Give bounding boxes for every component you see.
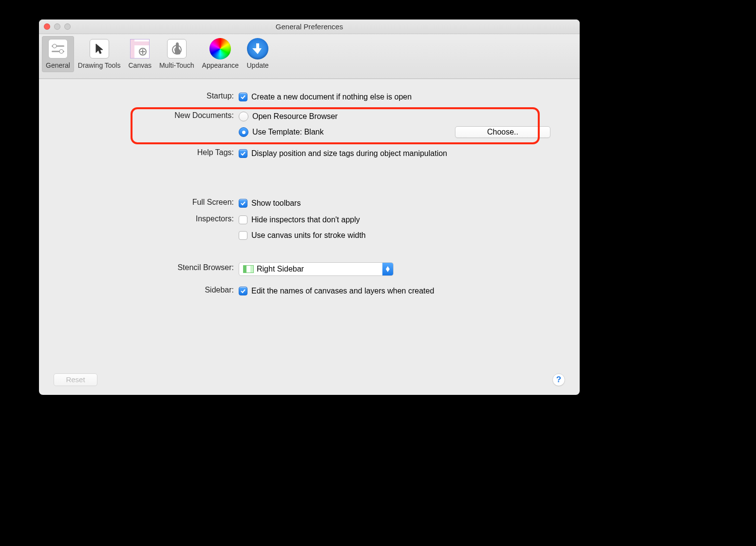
checkbox-canvas-units-stroke[interactable] bbox=[239, 231, 247, 240]
tab-update[interactable]: Update bbox=[243, 36, 273, 72]
radio-label: Open Resource Browser bbox=[252, 112, 338, 121]
sidebar-position-icon bbox=[243, 265, 254, 273]
tab-label: General bbox=[46, 61, 70, 69]
cursor-icon bbox=[89, 38, 110, 59]
tab-appearance[interactable]: Appearance bbox=[198, 36, 243, 72]
select-stencil-browser[interactable]: Right Sidebar bbox=[239, 262, 394, 276]
footer: Reset ? bbox=[54, 373, 565, 386]
window-title: General Preferences bbox=[276, 22, 343, 31]
preferences-toolbar: General Drawing Tools bbox=[39, 34, 580, 79]
checkbox-label: Create a new document if nothing else is… bbox=[251, 93, 412, 101]
choose-template-button[interactable]: Choose.. bbox=[455, 126, 550, 138]
checkbox-label: Use canvas units for stroke width bbox=[251, 231, 366, 240]
colorwheel-icon bbox=[209, 38, 231, 59]
titlebar: General Preferences bbox=[39, 20, 580, 34]
sliders-icon bbox=[47, 38, 69, 59]
tab-label: Canvas bbox=[128, 61, 151, 69]
tab-multi-touch[interactable]: Multi-Touch bbox=[155, 36, 198, 72]
checkbox-edit-names[interactable] bbox=[239, 287, 247, 295]
help-button[interactable]: ? bbox=[552, 373, 565, 386]
reset-button[interactable]: Reset bbox=[54, 373, 97, 386]
checkbox-label: Hide inspectors that don't apply bbox=[251, 215, 360, 224]
label-full-screen: Full Screen: bbox=[54, 197, 239, 207]
radio-use-template[interactable] bbox=[239, 127, 248, 137]
checkbox-show-toolbars[interactable] bbox=[239, 199, 247, 208]
checkbox-label: Edit the names of canvases and layers wh… bbox=[251, 287, 434, 295]
checkbox-label: Display position and size tags during ob… bbox=[251, 149, 447, 158]
row-stencil-browser: Stencil Browser: Right Sidebar bbox=[54, 262, 565, 276]
svg-point-3 bbox=[59, 50, 63, 54]
canvas-icon bbox=[129, 38, 151, 59]
traffic-lights bbox=[44, 23, 71, 30]
preferences-window: General Preferences General bbox=[39, 20, 580, 395]
label-new-documents: New Documents: bbox=[54, 110, 239, 120]
checkbox-create-new-document[interactable] bbox=[239, 93, 247, 101]
preferences-content: Startup: Create a new document if nothin… bbox=[39, 79, 580, 395]
checkbox-label: Show toolbars bbox=[251, 199, 301, 208]
label-inspectors: Inspectors: bbox=[54, 214, 239, 223]
touch-icon bbox=[166, 38, 188, 59]
label-startup: Startup: bbox=[54, 91, 239, 100]
zoom-window-button[interactable] bbox=[64, 23, 71, 30]
row-sidebar: Sidebar: Edit the names of canvases and … bbox=[54, 285, 565, 297]
svg-point-2 bbox=[53, 44, 57, 48]
label-sidebar: Sidebar: bbox=[54, 285, 239, 294]
checkbox-display-position-size[interactable] bbox=[239, 149, 247, 158]
tab-label: Appearance bbox=[202, 61, 239, 69]
row-help-tags: Help Tags: Display position and size tag… bbox=[54, 147, 565, 160]
minimize-window-button[interactable] bbox=[54, 23, 60, 30]
tab-canvas[interactable]: Canvas bbox=[124, 36, 155, 72]
tab-label: Multi-Touch bbox=[159, 61, 194, 69]
row-startup: Startup: Create a new document if nothin… bbox=[54, 91, 565, 103]
close-window-button[interactable] bbox=[44, 23, 50, 30]
checkbox-hide-inspectors[interactable] bbox=[239, 215, 247, 224]
chevron-up-down-icon bbox=[382, 263, 393, 275]
tab-general[interactable]: General bbox=[42, 36, 74, 72]
tab-label: Drawing Tools bbox=[78, 61, 121, 69]
label-help-tags: Help Tags: bbox=[54, 147, 239, 157]
download-icon bbox=[247, 38, 268, 59]
radio-open-resource-browser[interactable] bbox=[239, 112, 248, 121]
row-full-screen: Full Screen: Show toolbars bbox=[54, 197, 565, 210]
select-value: Right Sidebar bbox=[257, 265, 382, 273]
row-inspectors: Inspectors: Hide inspectors that don't a… bbox=[54, 214, 565, 242]
row-new-documents: New Documents: Open Resource Browser Use… bbox=[54, 110, 565, 138]
radio-label: Use Template: Blank bbox=[252, 128, 323, 136]
label-stencil-browser: Stencil Browser: bbox=[54, 262, 239, 272]
tab-label: Update bbox=[246, 61, 268, 69]
tab-drawing-tools[interactable]: Drawing Tools bbox=[74, 36, 125, 72]
